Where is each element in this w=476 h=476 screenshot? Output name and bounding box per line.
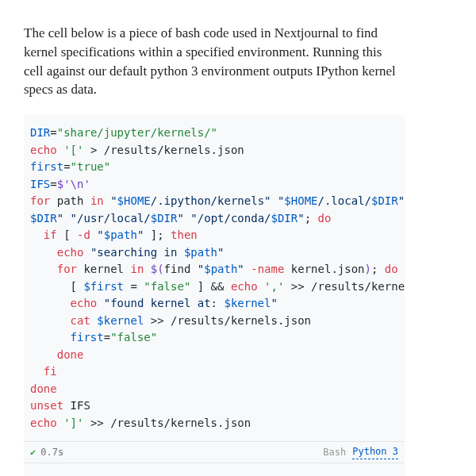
intro-paragraph: The cell below is a piece of bash code u… xyxy=(24,24,405,99)
exec-time: 0.7s xyxy=(40,446,63,459)
output-block: searching in /opt/conda/share/jupyter/ke… xyxy=(24,463,405,476)
status-bar: ✔ 0.7s Bash Python 3 xyxy=(24,442,405,463)
code-block: DIR="share/jupyter/kernels/"echo '[' > /… xyxy=(24,115,405,442)
env-badge[interactable]: Python 3 xyxy=(352,445,398,459)
status-left: ✔ 0.7s xyxy=(30,446,63,459)
status-right: Bash Python 3 xyxy=(323,445,398,459)
check-icon: ✔ xyxy=(30,447,36,457)
lang-badge: Bash xyxy=(323,446,346,459)
